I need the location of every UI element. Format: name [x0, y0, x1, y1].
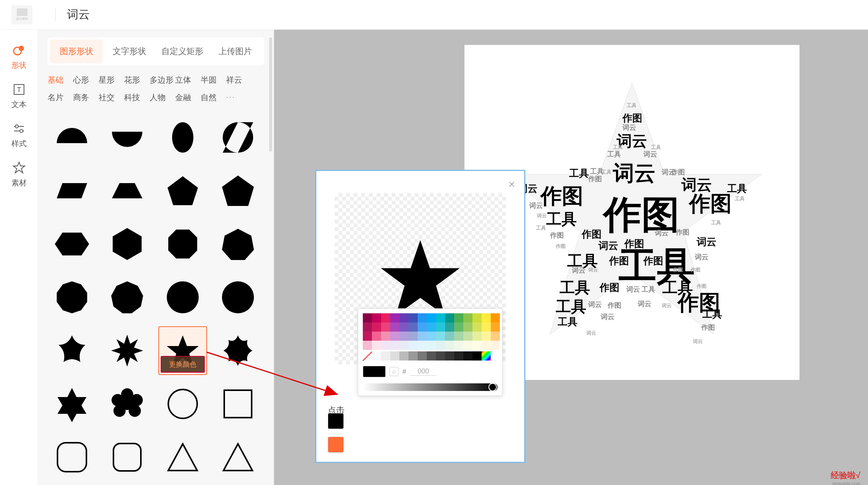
cat-heart[interactable]: 心形	[73, 72, 99, 90]
tab-upload-image[interactable]: 上传图片	[209, 40, 262, 63]
cat-basic[interactable]: 基础	[48, 72, 73, 90]
color-swatch[interactable]	[408, 313, 418, 322]
shape-nonagon[interactable]	[103, 273, 152, 322]
color-swatch[interactable]	[463, 341, 472, 350]
close-icon[interactable]: ×	[508, 178, 515, 191]
cat-finance[interactable]: 金融	[175, 90, 201, 107]
color-swatch[interactable]	[482, 332, 491, 341]
color-swatch[interactable]	[418, 341, 427, 350]
shape-dodecagon[interactable]	[158, 273, 207, 322]
shape-ellipse-v[interactable]	[158, 113, 207, 162]
color-swatch-orange[interactable]	[328, 437, 344, 453]
color-swatch[interactable]	[472, 332, 482, 341]
color-swatch[interactable]	[390, 332, 399, 341]
color-swatch[interactable]	[491, 351, 500, 361]
color-swatch[interactable]	[372, 332, 381, 341]
shape-octagon[interactable]	[158, 220, 207, 268]
slider-thumb[interactable]	[488, 383, 497, 391]
shape-star-rounded[interactable]	[48, 326, 96, 375]
color-swatch[interactable]	[491, 332, 500, 341]
cat-polygon[interactable]: 多边形	[150, 72, 175, 90]
color-swatch[interactable]	[427, 332, 436, 341]
color-swatch[interactable]	[418, 332, 427, 341]
color-swatch[interactable]	[427, 313, 436, 322]
cat-cloud[interactable]: 祥云	[226, 72, 252, 90]
color-swatch[interactable]	[436, 351, 445, 361]
tab-graphic-shape[interactable]: 图形形状	[50, 40, 103, 63]
app-logo[interactable]: 设计师作	[11, 5, 32, 24]
color-swatch[interactable]	[390, 341, 399, 350]
color-swatch[interactable]	[436, 332, 445, 341]
hex-input[interactable]	[410, 367, 437, 376]
shape-rounded-square2[interactable]	[103, 433, 152, 482]
color-swatch[interactable]	[445, 351, 454, 361]
custom-color-icon[interactable]	[482, 351, 491, 361]
color-swatch[interactable]	[363, 332, 372, 341]
color-swatch[interactable]	[408, 341, 418, 350]
cat-star[interactable]: 星形	[99, 72, 124, 90]
color-swatch[interactable]	[363, 313, 372, 322]
shape-heptagon[interactable]	[214, 220, 262, 268]
color-swatch[interactable]	[372, 341, 381, 350]
color-swatch[interactable]	[445, 322, 454, 332]
color-swatch[interactable]	[372, 313, 381, 322]
color-swatch[interactable]	[381, 351, 390, 361]
shape-semicircle-up[interactable]	[48, 113, 96, 162]
color-swatch[interactable]	[399, 332, 408, 341]
nav-shape[interactable]: 形状	[0, 37, 38, 77]
color-swatch[interactable]	[472, 351, 482, 361]
color-swatch[interactable]	[381, 322, 390, 332]
color-swatch[interactable]	[427, 351, 436, 361]
shape-triangle2[interactable]	[214, 433, 262, 482]
color-swatch[interactable]	[482, 341, 491, 350]
cat-social[interactable]: 社交	[99, 90, 124, 107]
color-swatch[interactable]	[418, 351, 427, 361]
color-swatch[interactable]	[454, 341, 463, 350]
tab-custom-rect[interactable]: 自定义矩形	[156, 40, 209, 63]
color-swatch[interactable]	[399, 351, 408, 361]
shape-pentagon2[interactable]	[214, 166, 262, 215]
cat-people[interactable]: 人物	[150, 90, 175, 107]
color-swatch[interactable]	[491, 322, 500, 332]
cat-more[interactable]: ···	[226, 90, 252, 107]
cat-nature[interactable]: 自然	[201, 90, 226, 107]
favorite-color-icon[interactable]: ☆	[389, 367, 399, 376]
cat-flower[interactable]: 花形	[124, 72, 150, 90]
color-swatch[interactable]	[399, 313, 408, 322]
color-swatch[interactable]	[418, 313, 427, 322]
color-swatch[interactable]	[482, 322, 491, 332]
color-swatch[interactable]	[454, 322, 463, 332]
color-swatch[interactable]	[427, 341, 436, 350]
color-swatch[interactable]	[381, 332, 390, 341]
color-swatch[interactable]	[491, 341, 500, 350]
color-swatch[interactable]	[436, 322, 445, 332]
cat-3d[interactable]: 立体	[175, 72, 201, 90]
color-swatch[interactable]	[445, 341, 454, 350]
opacity-slider[interactable]	[363, 383, 498, 391]
shape-star8[interactable]	[103, 326, 152, 375]
color-swatch[interactable]	[472, 322, 482, 332]
shape-star6[interactable]	[48, 380, 96, 428]
shape-semicircle-down[interactable]	[103, 113, 152, 162]
color-swatch[interactable]	[454, 332, 463, 341]
color-swatch[interactable]	[445, 332, 454, 341]
color-swatch[interactable]	[372, 322, 381, 332]
color-swatch[interactable]	[399, 341, 408, 350]
color-swatch[interactable]	[436, 313, 445, 322]
nav-text[interactable]: T 文本	[0, 77, 38, 116]
color-swatch[interactable]	[390, 322, 399, 332]
cat-tech[interactable]: 科技	[124, 90, 150, 107]
nav-style[interactable]: 样式	[0, 116, 38, 155]
cat-semicircle[interactable]: 半圆	[201, 72, 226, 90]
shape-circle-outline[interactable]	[158, 380, 207, 428]
shape-decagon[interactable]	[48, 273, 96, 322]
shape-trapezoid[interactable]	[103, 166, 152, 215]
color-swatch[interactable]	[418, 322, 427, 332]
color-swatch[interactable]	[363, 322, 372, 332]
color-swatch[interactable]	[463, 313, 472, 322]
color-swatch[interactable]	[491, 313, 500, 322]
color-swatch[interactable]	[472, 313, 482, 322]
shape-rounded-square[interactable]	[48, 433, 96, 482]
shape-split-circle[interactable]	[214, 113, 262, 162]
color-swatch[interactable]	[463, 351, 472, 361]
